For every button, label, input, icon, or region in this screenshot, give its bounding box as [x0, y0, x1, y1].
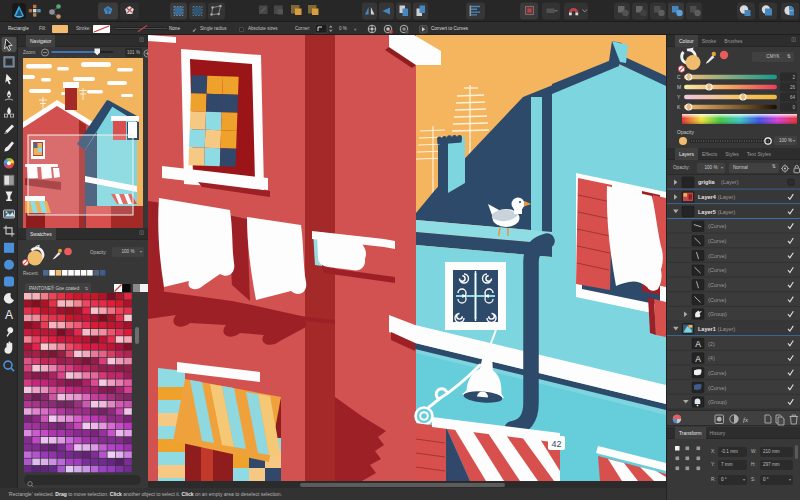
- svg-text:Layer1: Layer1: [698, 326, 716, 332]
- svg-text:Layer5: Layer5: [698, 209, 716, 215]
- svg-text:2: 2: [792, 75, 795, 80]
- svg-text:fx: fx: [743, 416, 749, 424]
- svg-text:(Curve): (Curve): [708, 385, 727, 391]
- svg-text:(Group): (Group): [708, 399, 727, 405]
- svg-text:(Layer): (Layer): [718, 326, 736, 332]
- svg-text:A: A: [5, 308, 13, 322]
- svg-text:C: C: [677, 74, 681, 80]
- svg-text:(Curve): (Curve): [708, 282, 727, 288]
- svg-text:(Curve): (Curve): [708, 238, 727, 244]
- svg-text:Y: Y: [677, 94, 681, 100]
- svg-text:(4): (4): [708, 355, 715, 361]
- svg-text:Layer4: Layer4: [698, 194, 717, 200]
- svg-text:(Curve): (Curve): [708, 267, 727, 273]
- svg-text:(Layer): (Layer): [718, 194, 736, 200]
- svg-text:42: 42: [551, 439, 561, 449]
- svg-text:A: A: [695, 354, 701, 364]
- svg-text:(Layer): (Layer): [721, 179, 739, 185]
- svg-text:(Curve): (Curve): [708, 223, 727, 229]
- svg-text:(Layer): (Layer): [718, 209, 736, 215]
- svg-text:0: 0: [792, 105, 795, 110]
- svg-text:Opacity: Opacity: [677, 129, 694, 135]
- svg-text:K: K: [677, 104, 681, 110]
- svg-text:A: A: [695, 339, 701, 349]
- svg-text:64: 64: [790, 95, 796, 100]
- svg-text:M: M: [677, 84, 681, 90]
- svg-text:(2): (2): [708, 341, 715, 347]
- svg-text:(Group): (Group): [708, 311, 727, 317]
- svg-text:(Curve): (Curve): [708, 297, 727, 303]
- svg-text:griglia: griglia: [698, 179, 715, 185]
- svg-text:26: 26: [790, 85, 796, 90]
- svg-text:(Curve): (Curve): [708, 370, 727, 376]
- svg-text:(Curve): (Curve): [708, 253, 727, 259]
